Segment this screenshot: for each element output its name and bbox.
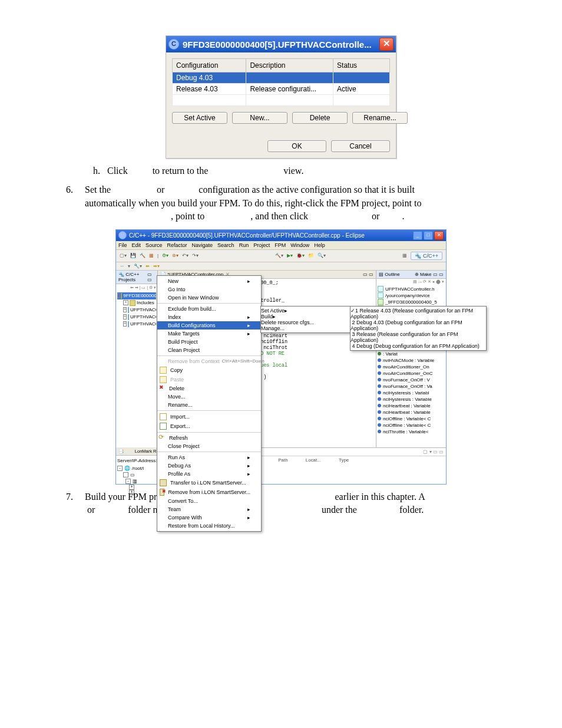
- menu-remove-lon[interactable]: Remove from i.LON SmartServer...: [157, 487, 261, 497]
- menu-refresh[interactable]: Refresh: [157, 434, 261, 442]
- menu-exclude[interactable]: Exclude from build...: [157, 305, 261, 313]
- menu-transfer[interactable]: Transfer to i.LON SmartServer...: [157, 478, 261, 487]
- tree-node[interactable]: -9FFD3E000000: [117, 292, 156, 299]
- toolbar-icon[interactable]: 🔧▾: [134, 263, 142, 269]
- menu-close-project[interactable]: Close Project: [157, 442, 261, 450]
- menu-help[interactable]: Help: [314, 242, 325, 248]
- menu-debug-as[interactable]: Debug As▸: [157, 462, 261, 470]
- outline-item[interactable]: nciOffline : Variable< C: [378, 422, 445, 429]
- outline-item[interactable]: : Variat: [378, 351, 445, 357]
- maximize-icon[interactable]: □: [424, 231, 433, 240]
- menu-make-targets[interactable]: Make Targets▸: [157, 330, 261, 338]
- minimize-icon[interactable]: _: [413, 231, 422, 240]
- outline-item[interactable]: _9FFD3E0000000400_5: [378, 299, 445, 305]
- toolbar-icon[interactable]: ↔: [120, 263, 124, 269]
- col-config[interactable]: Configuration: [173, 59, 246, 73]
- table-row[interactable]: Release 4.03 Release configurati... Acti…: [173, 84, 390, 95]
- outline-item[interactable]: nciHeartbeat : Variable: [378, 409, 445, 416]
- menu-import[interactable]: Import...: [157, 412, 261, 421]
- menu-index[interactable]: Index▸: [157, 313, 261, 321]
- tree-node[interactable]: +UFPTHVACCo: [117, 307, 156, 314]
- toolbar-icon[interactable]: ⊛▾: [172, 253, 178, 258]
- menu-go-into[interactable]: Go Into: [157, 285, 261, 294]
- menu-fpm[interactable]: FPM: [275, 242, 286, 248]
- ok-button[interactable]: OK: [267, 140, 326, 152]
- delete-button[interactable]: Delete: [292, 112, 348, 124]
- outline-item[interactable]: nciHysteresis : Variable: [378, 396, 445, 403]
- tree-node[interactable]: +UFPTHVACCo: [117, 314, 156, 321]
- perspective-button[interactable]: 🔩 C/C++: [411, 252, 442, 260]
- menu-build[interactable]: Build▸: [261, 314, 351, 319]
- outline-item[interactable]: nciHeartbeat : Variable: [378, 403, 445, 409]
- menu-file[interactable]: File: [118, 242, 127, 248]
- menu-rename[interactable]: Rename...: [157, 401, 261, 409]
- menu-open-new-window[interactable]: Open in New Window: [157, 294, 261, 302]
- menu-edit[interactable]: Edit: [132, 242, 141, 248]
- menu-compare[interactable]: Compare With▸: [157, 513, 261, 522]
- menu-delete[interactable]: Delete: [157, 384, 261, 393]
- menu-build-configurations[interactable]: Build Configurations▸: [157, 321, 261, 330]
- menu-navigate[interactable]: Navigate: [192, 242, 213, 248]
- outline-item[interactable]: nvoFurnace_OnOff : V: [378, 377, 445, 383]
- menu-set-active[interactable]: Set Active▸: [261, 308, 351, 314]
- outline-item[interactable]: /yourcompany/device: [378, 292, 445, 299]
- menu-source[interactable]: Source: [146, 242, 163, 248]
- menu-run[interactable]: Run: [239, 242, 249, 248]
- menu-delete-cfg[interactable]: Delete resource cfgs...: [261, 319, 351, 325]
- perspective-switcher-icon[interactable]: ▦: [402, 253, 407, 258]
- menu-team[interactable]: Team▸: [157, 505, 261, 513]
- toolbar-icon[interactable]: ↷▾: [192, 253, 199, 258]
- menu-export[interactable]: Export...: [157, 421, 261, 431]
- menu-build-project[interactable]: Build Project: [157, 338, 261, 346]
- cfg-option[interactable]: ✓1 Release 4.03 (Release configuration f…: [351, 308, 486, 319]
- menu-clean-project[interactable]: Clean Project: [157, 346, 261, 354]
- set-active-button[interactable]: Set Active: [172, 112, 227, 124]
- menu-restore[interactable]: Restore from Local History...: [157, 522, 261, 530]
- toolbar-icon[interactable]: ↶▾: [182, 253, 189, 258]
- outline-item[interactable]: nvoAirConditioner_On: [378, 364, 445, 370]
- outline-item[interactable]: nvoFurnace_OnOff : Va: [378, 383, 445, 390]
- menu-run-as[interactable]: Run As▸: [157, 453, 261, 462]
- view-tab[interactable]: 🔩 C/C++ Projects▭ ▭: [116, 271, 157, 284]
- outline-item[interactable]: nciThrottle : Variable<: [378, 429, 445, 435]
- menu-convert[interactable]: Convert To...: [157, 497, 261, 505]
- toolbar-icon[interactable]: ▦: [149, 253, 154, 258]
- close-icon[interactable]: ✕: [379, 38, 394, 51]
- tree-node[interactable]: +Includes: [117, 299, 156, 307]
- run-icon[interactable]: ▶▾: [287, 253, 293, 258]
- cancel-button[interactable]: Cancel: [331, 140, 390, 152]
- debug-icon[interactable]: 🐞▾: [296, 253, 305, 258]
- cfg-option[interactable]: 2 Debug 4.03 (Debug configuration for an…: [351, 319, 486, 331]
- outline-item[interactable]: nvoAirConditioner_OnC: [378, 370, 445, 377]
- menu-search[interactable]: Search: [217, 242, 234, 248]
- toolbar-icon[interactable]: 💾: [130, 253, 136, 258]
- menu-refactor[interactable]: Refactor: [167, 242, 187, 248]
- menu-manage[interactable]: Manage...: [261, 325, 351, 331]
- outline-item[interactable]: UFPTHVACController.h: [378, 286, 445, 292]
- menu-window[interactable]: Window: [290, 242, 309, 248]
- outline-item[interactable]: nviHVACMode : Variable: [378, 357, 445, 364]
- menu-profile-as[interactable]: Profile As▸: [157, 470, 261, 478]
- close-icon[interactable]: ✕: [434, 231, 444, 240]
- table-row[interactable]: Debug 4.03: [173, 73, 390, 84]
- rename-button[interactable]: Rename...: [352, 112, 408, 124]
- back-icon[interactable]: ⬅: [146, 263, 150, 269]
- menu-new[interactable]: New▸: [157, 277, 261, 285]
- menu-project[interactable]: Project: [253, 242, 270, 248]
- tree-node[interactable]: +UFPTHVACCo: [117, 321, 156, 328]
- menu-move[interactable]: Move...: [157, 393, 261, 401]
- outline-item[interactable]: nciHysteresis : Variabl: [378, 390, 445, 396]
- forward-icon[interactable]: ➡▾: [153, 263, 160, 269]
- toolbar-icon[interactable]: 🔨▾: [275, 253, 283, 258]
- toolbar-icon[interactable]: 📁: [308, 253, 314, 258]
- toolbar-icon[interactable]: 🔨: [140, 253, 146, 258]
- new-button[interactable]: New...: [232, 112, 287, 124]
- view-tab-outline[interactable]: ▤ Outline ⊕ Make ▭ ▭: [376, 271, 446, 279]
- toolbar-icon[interactable]: ⚙▾: [162, 253, 168, 258]
- menu-copy[interactable]: Copy: [157, 365, 261, 375]
- col-description[interactable]: Description: [246, 59, 333, 73]
- toolbar-icon[interactable]: ▢▾: [120, 253, 127, 258]
- col-status[interactable]: Status: [333, 59, 390, 73]
- outline-item[interactable]: nciOffline : Variable< C: [378, 416, 445, 422]
- toolbar-icon[interactable]: 🔍▾: [318, 253, 326, 258]
